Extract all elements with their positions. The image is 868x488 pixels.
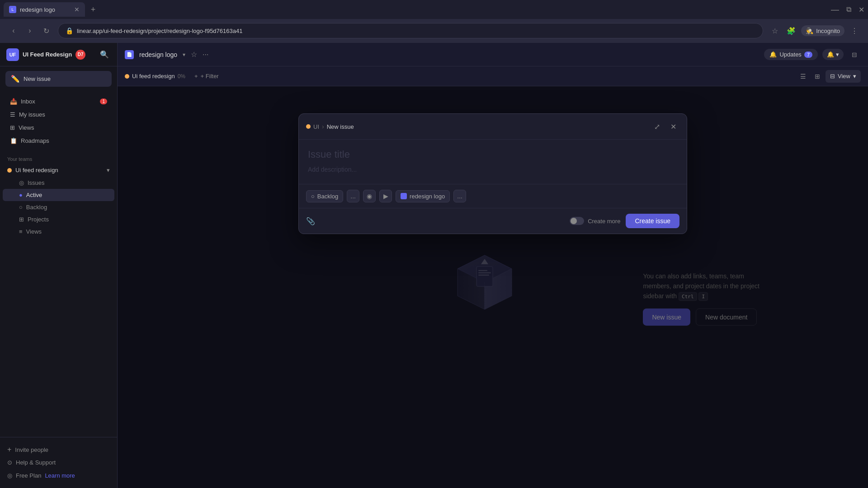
priority-btn[interactable]: ◉ (363, 190, 376, 202)
sidebar-sub-backlog[interactable]: ○ Backlog (3, 201, 114, 213)
bookmark-btn[interactable]: ☆ (769, 24, 781, 37)
grid-view-btn[interactable]: ⊞ (811, 70, 824, 83)
invite-people-btn[interactable]: + Invite people (7, 443, 110, 456)
sidebar-item-roadmaps[interactable]: 📋 Roadmaps (3, 134, 114, 147)
refresh-btn[interactable]: ↻ (40, 24, 52, 37)
sidebar-team[interactable]: Ui feed redesign ▾ (0, 164, 117, 177)
assignee-btn[interactable]: ▶ (379, 190, 392, 202)
sidebar-search-btn[interactable]: 🔍 (98, 48, 111, 61)
view-layout-toggle: ☰ ⊞ ⊟ View ▾ (797, 70, 861, 83)
breadcrumb-separator: › (322, 123, 324, 130)
issue-title-input[interactable] (299, 140, 687, 164)
new-tab-btn[interactable]: + (87, 3, 99, 16)
star-icon[interactable]: ☆ (191, 50, 197, 59)
filter-btn[interactable]: + + Filter (191, 71, 222, 81)
modal-team-name: UI (313, 123, 319, 130)
nav-bar: ‹ › ↻ 🔒 linear.app/ui-feed-redesign/proj… (0, 19, 868, 42)
sidebar: UF UI Feed Redesign D7 🔍 ✏️ New issue 📥 … (0, 43, 118, 488)
project-badge: Ui feed redesign 0% (125, 73, 185, 80)
lock-icon: 🔒 (66, 27, 73, 34)
sidebar-layout-btn[interactable]: ⊟ (848, 48, 861, 61)
workspace-name: UI Feed Redesign (23, 51, 72, 58)
sidebar-sub-views[interactable]: ≡ Views (3, 225, 114, 238)
updates-btn[interactable]: 🔔 Updates 7 (764, 49, 818, 60)
url-bar[interactable]: 🔒 linear.app/ui-feed-redesign/project/re… (58, 23, 763, 38)
incognito-btn[interactable]: 🕵 Incognito (801, 25, 844, 36)
plan-label: Free Plan (16, 472, 41, 479)
extension-btn[interactable]: 🧩 (785, 24, 797, 37)
sidebar-sub-issues[interactable]: ◎ Issues (3, 177, 114, 189)
create-issue-btn[interactable]: Create issue (626, 214, 679, 228)
forward-btn[interactable]: › (24, 24, 36, 37)
attachment-btn[interactable]: 📎 (306, 217, 315, 225)
new-issue-label: New issue (24, 75, 51, 82)
notif-btn[interactable]: 🔔 ▾ (822, 49, 844, 60)
sidebar-footer: + Invite people ⊙ Help & Support ◎ Free … (0, 437, 117, 488)
menu-btn[interactable]: ⋮ (848, 24, 861, 37)
sub-views-icon: ≡ (19, 228, 23, 235)
header-right: 🔔 Updates 7 🔔 ▾ ⊟ (764, 48, 861, 61)
nav-arrows: ‹ › ↻ (7, 24, 52, 37)
sidebar-sub-active[interactable]: ● Active (3, 189, 114, 201)
more-options-icon[interactable]: ··· (203, 51, 208, 59)
project-dropdown-btn[interactable]: ▾ (183, 52, 185, 58)
sidebar-item-views[interactable]: ⊞ Views (3, 121, 114, 134)
minimize-btn[interactable]: — (831, 5, 839, 14)
team-chevron-icon: ▾ (107, 167, 110, 174)
workspace-info[interactable]: UF UI Feed Redesign D7 (6, 48, 85, 61)
modal-toolbar: ○ Backlog ... ◉ ▶ redesign logo ... (299, 184, 687, 208)
new-issue-icon: ✏️ (11, 75, 20, 83)
active-tab[interactable]: L redesign logo ✕ (4, 2, 85, 17)
updates-label: Updates (779, 51, 801, 58)
new-issue-btn[interactable]: ✏️ New issue (5, 71, 112, 87)
backlog-label: Backlog (317, 193, 338, 200)
filter-icon: + (194, 73, 198, 80)
workspace-avatar: UF (6, 48, 19, 61)
modal-team-dot (306, 124, 311, 129)
team-dot-icon (7, 168, 12, 173)
tab-bar: L redesign logo ✕ + — ⧉ ✕ (0, 0, 868, 19)
learn-more-btn[interactable]: Learn more (45, 472, 75, 479)
active-label: Active (26, 192, 42, 198)
more-options-btn[interactable]: ... (453, 190, 466, 202)
back-btn[interactable]: ‹ (7, 24, 20, 37)
close-window-btn[interactable]: ✕ (859, 5, 864, 14)
sub-header: Ui feed redesign 0% + + Filter ☰ ⊞ ⊟ Vie… (118, 66, 868, 86)
sidebar-item-my-issues[interactable]: ☰ My issues (3, 108, 114, 121)
backlog-btn[interactable]: ○ Backlog (306, 190, 343, 202)
issue-desc-input[interactable] (299, 164, 687, 182)
workspace-initials: UF (9, 52, 16, 57)
incognito-label: Incognito (816, 28, 840, 34)
help-icon: ⊙ (7, 459, 12, 466)
view-btn[interactable]: ⊟ View ▾ (826, 70, 861, 83)
restore-btn[interactable]: ⧉ (846, 5, 851, 14)
modal-close-btn[interactable]: ✕ (667, 120, 679, 133)
create-more-switch[interactable] (570, 217, 584, 225)
modal-body (299, 140, 687, 184)
more-toolbar-btn[interactable]: ... (347, 190, 359, 202)
free-plan: ◎ Free Plan Learn more (7, 469, 110, 483)
modal-expand-btn[interactable]: ⤢ (651, 120, 663, 133)
help-support-btn[interactable]: ⊙ Help & Support (7, 456, 110, 469)
notif-dropdown-icon: ▾ (836, 51, 839, 58)
view-layout-icon: ⊟ (830, 73, 835, 80)
tab-favicon: L (9, 6, 16, 13)
tab-close-btn[interactable]: ✕ (74, 6, 80, 13)
sidebar-sub-projects[interactable]: ⊞ Projects (3, 213, 114, 225)
project-selector-btn[interactable]: redesign logo (396, 190, 450, 202)
layout-toggle: ⊟ (848, 48, 861, 61)
help-label: Help & Support (16, 459, 56, 466)
sidebar-item-inbox[interactable]: 📥 Inbox 1 (3, 95, 114, 108)
list-view-btn[interactable]: ☰ (797, 70, 809, 83)
roadmaps-label: Roadmaps (21, 137, 49, 144)
views-icon: ⊞ (10, 124, 15, 131)
project-badge-name: Ui feed redesign (132, 73, 175, 80)
modal-overlay: UI › New issue ⤢ ✕ (118, 86, 868, 488)
main-content: 📄 redesign logo ▾ ☆ ··· 🔔 Updates 7 🔔 ▾ … (118, 43, 868, 488)
updates-icon: 🔔 (769, 51, 777, 58)
modal-footer: 📎 Create more Create issue (299, 208, 687, 234)
main-header: 📄 redesign logo ▾ ☆ ··· 🔔 Updates 7 🔔 ▾ … (118, 43, 868, 66)
user-avatar-badge: D7 (75, 50, 85, 60)
project-icon: 📄 (125, 50, 134, 59)
inbox-label: Inbox (21, 98, 35, 105)
